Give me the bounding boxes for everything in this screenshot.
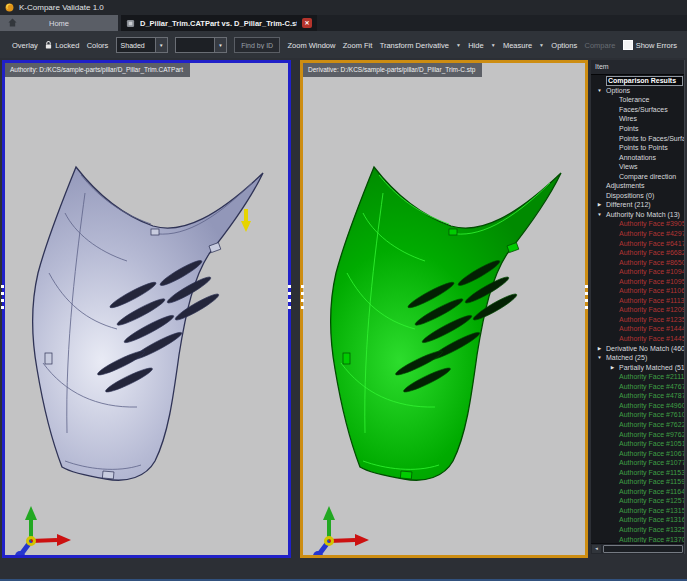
tree-row[interactable]: Points to Points [591, 143, 684, 153]
show-errors-checkbox[interactable] [623, 40, 633, 50]
tree-expand-icon[interactable]: ▶ [606, 365, 619, 370]
tree-row[interactable]: Authority Face #14440 [591, 324, 684, 334]
tree-row[interactable]: Authority Face #10958 [591, 276, 684, 286]
splitter-grip-icon[interactable] [288, 285, 291, 309]
tree-row[interactable]: Authority Face #13169, D [591, 515, 684, 525]
tree-row[interactable]: Authority Face #4767, De [591, 382, 684, 392]
show-errors-toggle[interactable]: Show Errors [623, 40, 677, 50]
splitter-grip-icon[interactable] [301, 285, 304, 309]
tree-row[interactable]: Authority Face #11593, D [591, 477, 684, 487]
tree-row[interactable]: Dispositions (0) [591, 191, 684, 201]
tree-row[interactable]: ▶Different (212) [591, 200, 684, 210]
tab-close-icon[interactable]: ✕ [302, 18, 312, 28]
tree-row[interactable]: Authority Face #13159, D [591, 506, 684, 516]
tree-row[interactable]: Authority Face #10943 [591, 267, 684, 277]
tree-row[interactable]: Faces/Surfaces [591, 105, 684, 115]
tree-row-label: Authority Face #4960, De [619, 402, 684, 409]
tree-row[interactable]: Authority Face #7622, De [591, 420, 684, 430]
tree-row[interactable]: Points [591, 124, 684, 134]
locked-button[interactable]: Locked [45, 41, 79, 50]
tree-row[interactable]: Authority Face #6682 [591, 248, 684, 258]
chevron-down-icon[interactable]: ▼ [155, 38, 167, 52]
tree-row[interactable]: Points to Faces/Surfaces [591, 133, 684, 143]
horizontal-scrollbar[interactable]: ◄ [591, 543, 684, 554]
compare-button: Compare [584, 41, 615, 50]
transform-derivative-button[interactable]: Transform Derivative ▼ [380, 41, 461, 50]
tree-row[interactable]: Authority Face #13703, D [591, 534, 684, 543]
tab-home-label: Home [49, 19, 69, 28]
overlay-button[interactable]: Overlay [12, 41, 38, 50]
tree-row[interactable]: Authority Face #12574, D [591, 496, 684, 506]
chevron-down-icon[interactable]: ▼ [214, 38, 226, 52]
find-by-id-input[interactable] [234, 37, 280, 53]
hide-label: Hide [468, 41, 483, 50]
tree-row[interactable]: Authority Face #4787, De [591, 391, 684, 401]
tree-row[interactable]: Views [591, 162, 684, 172]
zoom-window-button[interactable]: Zoom Window [288, 41, 336, 50]
secondary-select[interactable]: ▼ [175, 37, 227, 53]
options-button[interactable]: Options [551, 41, 577, 50]
tab-home[interactable]: Home [0, 15, 118, 31]
splitter-grip-icon[interactable] [1, 285, 4, 309]
tree-expand-icon[interactable]: ▼ [593, 355, 606, 360]
tree-row-label: Authority Face #11068 [619, 287, 684, 294]
splitter-grip-icon[interactable] [585, 285, 588, 309]
scrollbar-thumb[interactable] [603, 545, 683, 553]
tree-row[interactable]: Annotations [591, 152, 684, 162]
tree-row[interactable]: Authority Face #10511, D [591, 439, 684, 449]
tree-row[interactable]: Authority Face #7610, De [591, 410, 684, 420]
tree-row[interactable]: Authority Face #3905 [591, 219, 684, 229]
zoom-fit-button[interactable]: Zoom Fit [343, 41, 373, 50]
tree-row[interactable]: Authority Face #10775, D [591, 458, 684, 468]
tree-row[interactable]: Authority Face #13254, D [591, 525, 684, 535]
chevron-down-icon[interactable]: ▼ [539, 42, 544, 48]
tree-row-label: Authority Face #4787, De [619, 392, 684, 399]
tree-row[interactable]: Authority Face #12351 [591, 315, 684, 325]
tree-row[interactable]: ▶Partially Matched (516) [591, 362, 684, 372]
tree-row[interactable]: Adjustments [591, 181, 684, 191]
tree-row[interactable]: Authority Face #8650 [591, 257, 684, 267]
colors-button[interactable]: Colors [87, 41, 109, 50]
tab-document[interactable]: D_Pillar_Trim.CATPart vs. D_Pillar_Trim-… [121, 15, 317, 31]
tree-row-label: Matched (25) [606, 354, 647, 361]
tree-expand-icon[interactable]: ▶ [593, 346, 606, 351]
render-mode-select[interactable]: Shaded ▼ [116, 37, 168, 53]
tree-row[interactable]: ▼Authority No Match (13) [591, 210, 684, 220]
derivative-viewport[interactable]: Derivative: D:/KCS/sample-parts/pillar/D… [300, 60, 588, 558]
tree-row-label: Options [606, 87, 630, 94]
tree-row[interactable]: Authority Face #2111, De [591, 372, 684, 382]
app-icon [5, 3, 14, 12]
tree-row[interactable]: Authority Face #14450 [591, 334, 684, 344]
tree-row[interactable]: Comparison Results [591, 76, 684, 86]
tree-row[interactable]: Compare direction [591, 171, 684, 181]
tree-row[interactable]: Tolerance [591, 95, 684, 105]
tree-expand-icon[interactable]: ▶ [593, 202, 606, 207]
tree-row[interactable]: Authority Face #9762, De [591, 429, 684, 439]
tree-row[interactable]: Authority Face #6417 [591, 238, 684, 248]
tree-row[interactable]: ▼Matched (25) [591, 353, 684, 363]
tree-row[interactable]: Authority Face #11068 [591, 286, 684, 296]
tree-row[interactable]: Authority Face #11532, D [591, 467, 684, 477]
authority-3d-model[interactable] [5, 63, 288, 555]
hide-button[interactable]: Hide ▼ [468, 41, 495, 50]
tree-expand-icon[interactable]: ▼ [593, 212, 606, 217]
tree-row[interactable]: Authority Face #11641, D [591, 487, 684, 497]
tree-row-label: Authority Face #12351 [619, 316, 684, 323]
derivative-3d-model[interactable] [303, 63, 585, 555]
tree-row[interactable]: Authority Face #4960, De [591, 401, 684, 411]
tree-row[interactable]: Authority Face #10678, D [591, 448, 684, 458]
scroll-left-arrow-icon[interactable]: ◄ [592, 545, 601, 553]
tree-row[interactable]: Authority Face #4297 [591, 229, 684, 239]
tree-row[interactable]: Authority Face #11133 [591, 296, 684, 306]
tree-row[interactable]: ▼Options [591, 86, 684, 96]
tree-row[interactable]: ▶Derivative No Match (460) [591, 343, 684, 353]
measure-button[interactable]: Measure ▼ [503, 41, 544, 50]
authority-viewport[interactable]: Authority: D:/KCS/sample-parts/pillar/D_… [2, 60, 291, 558]
chevron-down-icon[interactable]: ▼ [456, 42, 461, 48]
chevron-down-icon[interactable]: ▼ [491, 42, 496, 48]
tree-row-label: Authority Face #2111, De [619, 373, 684, 380]
tree-row[interactable]: Wires [591, 114, 684, 124]
tree-expand-icon[interactable]: ▼ [593, 88, 606, 93]
tree-row[interactable]: Authority Face #12095 [591, 305, 684, 315]
derivative-viewport-header: Derivative: D:/KCS/sample-parts/pillar/D… [303, 63, 482, 77]
